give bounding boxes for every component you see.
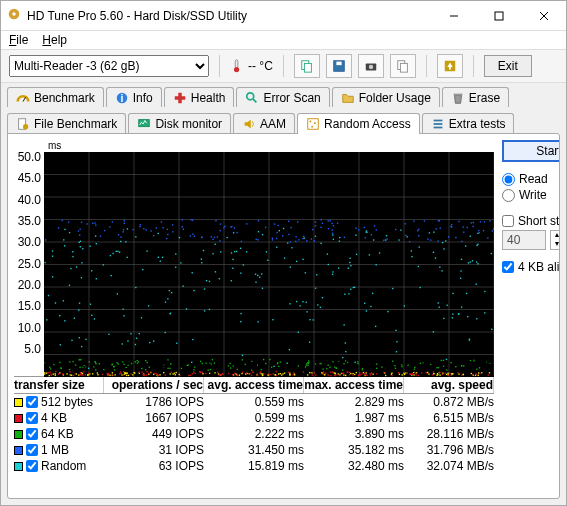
svg-rect-761 [234,251,235,252]
screenshot-button[interactable] [358,54,384,78]
svg-rect-861 [215,244,216,245]
svg-rect-725 [299,305,300,306]
svg-rect-813 [348,268,349,269]
svg-rect-711 [52,276,53,277]
tab-randomaccess[interactable]: Random Access [297,113,420,134]
tab-benchmark[interactable]: Benchmark [7,87,104,108]
options-button[interactable] [437,54,463,78]
svg-rect-255 [75,373,76,374]
svg-rect-328 [259,372,260,373]
svg-rect-574 [274,223,275,224]
maximize-button[interactable] [476,1,521,31]
svg-rect-875 [356,254,357,255]
series-checkbox[interactable] [26,412,38,424]
tab-diskmonitor[interactable]: Disk monitor [128,113,231,134]
svg-rect-671 [186,308,187,309]
svg-rect-576 [461,241,462,242]
svg-rect-657 [120,237,121,238]
table-row: 1 MB31 IOPS31.450 ms35.182 ms31.796 MB/s [14,442,494,458]
tab-errorscan[interactable]: Error Scan [236,87,329,108]
svg-rect-913 [345,342,346,343]
svg-rect-516 [276,238,277,239]
color-swatch [14,446,23,455]
svg-rect-354 [288,372,289,373]
svg-rect-577 [493,228,494,229]
tab-folderusage[interactable]: Folder Usage [332,87,440,108]
close-button[interactable] [521,1,566,31]
svg-rect-194 [44,372,45,373]
start-button[interactable]: Start [502,140,560,162]
menu-help[interactable]: Help [42,33,67,47]
spinner-buttons[interactable]: ▲▼ [550,230,560,250]
align-checkbox[interactable]: 4 KB align [502,260,560,274]
svg-rect-149 [405,372,406,373]
svg-rect-204 [489,372,490,373]
svg-rect-704 [484,312,485,313]
svg-rect-182 [209,373,210,374]
avg-access-value: 2.222 ms [204,426,304,442]
minimize-button[interactable] [431,1,476,31]
svg-rect-293 [349,374,350,375]
tab-extratests[interactable]: Extra tests [422,113,515,134]
copy-screenshot-button[interactable] [390,54,416,78]
tab-info[interactable]: iInfo [106,87,162,108]
svg-rect-303 [276,375,277,376]
tab-erase[interactable]: Erase [442,87,509,108]
svg-rect-94 [170,373,171,374]
table-header: transfer size operations / sec avg. acce… [14,376,494,394]
svg-rect-260 [249,373,250,374]
svg-rect-264 [150,372,151,373]
svg-rect-796 [373,239,374,240]
svg-rect-878 [470,236,471,237]
col-transfer-size: transfer size [14,377,104,393]
svg-rect-720 [162,257,163,258]
radio-read[interactable]: Read [502,172,560,186]
svg-rect-544 [451,224,452,225]
max-access-value: 32.480 ms [304,458,404,474]
svg-rect-815 [267,260,268,261]
copy-info-button[interactable] [294,54,320,78]
series-checkbox[interactable] [26,460,38,472]
color-swatch [14,462,23,471]
chart-unit-label: ms [48,140,61,151]
svg-rect-341 [263,373,264,374]
svg-rect-715 [71,340,72,341]
series-checkbox[interactable] [26,428,38,440]
svg-rect-826 [110,255,111,256]
svg-rect-284 [73,375,74,376]
tab-health[interactable]: Health [164,87,235,108]
svg-rect-602 [223,227,224,228]
svg-rect-847 [396,341,397,342]
svg-rect-804 [220,251,221,252]
svg-rect-200 [365,372,366,373]
svg-rect-234 [88,373,89,374]
svg-rect-811 [272,319,273,320]
svg-rect-161 [471,373,472,374]
svg-rect-126 [428,373,429,374]
save-button[interactable] [326,54,352,78]
svg-rect-555 [194,236,195,237]
drive-select[interactable]: Multi-Reader -3 (62 gB) [9,55,209,77]
svg-rect-680 [74,318,75,319]
svg-rect-270 [449,373,450,374]
menu-file[interactable]: File [9,33,28,47]
series-checkbox[interactable] [26,444,38,456]
radio-write[interactable]: Write [502,188,560,202]
svg-rect-727 [411,250,412,251]
tab-aam[interactable]: AAM [233,113,295,134]
tab-filebenchmark[interactable]: File Benchmark [7,113,126,134]
svg-rect-900 [332,234,333,235]
svg-rect-596 [478,230,479,231]
svg-rect-526 [45,239,46,240]
series-checkbox[interactable] [26,396,38,408]
svg-rect-853 [119,252,120,253]
svg-rect-736 [328,264,329,265]
svg-rect-36 [433,123,442,125]
gauge-icon [16,91,30,105]
svg-rect-245 [234,373,235,374]
svg-rect-654 [156,227,157,228]
svg-rect-242 [442,374,443,375]
exit-button[interactable]: Exit [484,55,532,77]
short-stroke-checkbox[interactable]: Short stroke [502,214,560,228]
svg-rect-101 [413,372,414,373]
